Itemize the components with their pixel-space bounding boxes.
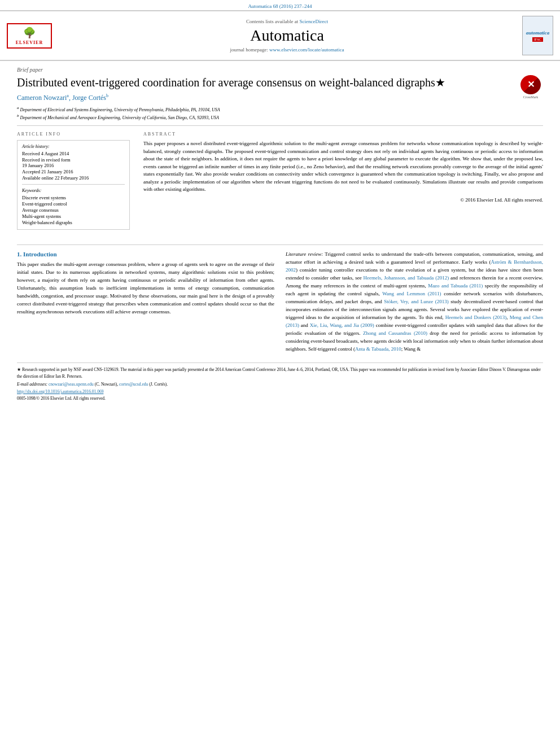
crossmark-label: CrossMark xyxy=(523,95,539,100)
article-info-abstract-section: ARTICLE INFO Article history: Received 4… xyxy=(17,132,543,235)
elsevier-logo: 🌳 ELSEVIER xyxy=(7,23,52,49)
keyword-1: Discrete event systems xyxy=(22,195,125,200)
email-label: E-mail addresses: xyxy=(17,382,47,387)
contents-text: Contents lists available at xyxy=(246,19,298,24)
introduction-text: This paper studies the multi-agent avera… xyxy=(17,261,274,316)
journal-thumbnail: automatica IFAC xyxy=(522,16,553,55)
abstract-label: ABSTRACT xyxy=(143,132,543,137)
elsevier-tree-icon: 🌳 xyxy=(11,27,47,39)
keyword-4: Multi-agent systems xyxy=(22,213,125,219)
ref-wang-lemmon[interactable]: Wang and Lemmon (2011) xyxy=(382,291,441,296)
homepage-line: journal homepage: www.elsevier.com/locat… xyxy=(59,47,515,53)
and-text: and xyxy=(301,322,308,328)
accepted-date: Accepted 21 January 2016 xyxy=(22,169,125,174)
abstract-text: This paper proposes a novel distributed … xyxy=(143,140,543,194)
thumb-logo: automatica xyxy=(526,30,550,36)
keywords-section: Keywords: Discrete event systems Event-t… xyxy=(22,184,125,225)
footnote-star-text: ★ Research supported in part by NSF awar… xyxy=(17,366,543,379)
ref-anta[interactable]: Anta & Tabuada, 2010 xyxy=(355,346,401,352)
journal-header: 🌳 ELSEVIER Contents lists available at S… xyxy=(0,10,560,61)
col-abstract: ABSTRACT This paper proposes a novel dis… xyxy=(143,132,543,235)
doi-link[interactable]: http://dx.doi.org/10.1016/j.automatica.2… xyxy=(17,389,103,394)
affiliation-a: a Department of Electrical and Systems E… xyxy=(17,106,543,112)
journal-name: Automatica xyxy=(59,27,515,45)
received-date: Received 4 August 2014 xyxy=(22,151,125,156)
footnote-area: ★ Research supported in part by NSF awar… xyxy=(17,362,543,402)
col-article-info: ARTICLE INFO Article history: Received 4… xyxy=(17,132,130,235)
email-2[interactable]: cortes@ucsd.edu xyxy=(119,382,148,387)
homepage-text: journal homepage: xyxy=(230,47,268,53)
ref-mazo[interactable]: Mazo and Tabuada (2011) xyxy=(428,283,483,289)
footnote-email-line: E-mail addresses: cnowzari@seas.upenn.ed… xyxy=(17,381,543,387)
affil-a-text: Department of Electrical and Systems Eng… xyxy=(20,107,220,112)
email-2-name: (J. Cortés). xyxy=(149,382,168,387)
thumb-badge: IFAC xyxy=(532,37,543,42)
keyword-3: Average consensus xyxy=(22,207,125,213)
paper-title-text: Distributed event-triggered coordination… xyxy=(17,76,435,89)
footnote-issn-line: 0005-1098/© 2016 Elsevier Ltd. All right… xyxy=(17,395,543,401)
keyword-5: Weight-balanced digraphs xyxy=(22,220,125,225)
issn-text: 0005-1098/© 2016 Elsevier Ltd. All right… xyxy=(17,396,106,401)
ref-heemels-donkers[interactable]: Heemels and Donkers (2013) xyxy=(445,314,507,320)
article-info-label: ARTICLE INFO xyxy=(17,132,130,137)
ref-heemels-2012[interactable]: Heemels, Johansson, and Tabuada (2012) xyxy=(364,275,449,281)
citation-text: Automatica 68 (2016) 237–244 xyxy=(248,3,312,9)
ref-zhong[interactable]: Zhong and Cassandras (2010) xyxy=(363,330,427,336)
body-section: 1. Introduction This paper studies the m… xyxy=(17,244,543,353)
ref-xie[interactable]: Xie, Liu, Wang, and Jia (2009) xyxy=(310,322,374,328)
title-star: ★ xyxy=(435,76,445,89)
keyword-2: Event-triggered control xyxy=(22,201,125,207)
journal-citation: Automatica 68 (2016) 237–244 xyxy=(0,0,560,10)
journal-header-center: Contents lists available at ScienceDirec… xyxy=(59,19,515,53)
email-1[interactable]: cnowzari@seas.upenn.edu xyxy=(49,382,94,387)
elsevier-text: ELSEVIER xyxy=(16,40,43,45)
crossmark-icon: ✕ xyxy=(520,75,541,94)
footnote-star-content: Research supported in part by NSF award … xyxy=(17,367,541,379)
keywords-label: Keywords: xyxy=(22,188,125,193)
crossmark-badge: ✕ CrossMark xyxy=(518,75,543,100)
footnote-doi-line: http://dx.doi.org/10.1016/j.automatica.2… xyxy=(17,388,543,395)
sciencedirect-link[interactable]: ScienceDirect xyxy=(300,19,328,24)
affiliation-b: b Department of Mechanical and Aerospace… xyxy=(17,113,543,120)
paper-title-container: Distributed event-triggered coordination… xyxy=(17,75,543,90)
main-content: Brief paper Distributed event-triggered … xyxy=(0,67,560,402)
ref-stoker[interactable]: Stöker, Vey, and Lunze (2013) xyxy=(384,299,449,304)
abstract-copyright: © 2016 Elsevier Ltd. All rights reserved… xyxy=(143,197,543,203)
article-info-box: Article history: Received 4 August 2014 … xyxy=(17,140,130,230)
authors-line: Cameron Nowzaria, Jorge Cortésb xyxy=(17,93,543,102)
affil-b-text: Department of Mechanical and Aerospace E… xyxy=(20,115,219,120)
introduction-heading: 1. Introduction xyxy=(17,251,274,257)
author-1: Cameron Nowzaria, Jorge Cortésb xyxy=(17,94,108,102)
email-1-name: (C. Nowzari), xyxy=(95,382,118,387)
contents-line: Contents lists available at ScienceDirec… xyxy=(59,19,515,24)
lit-review-text: Literature review: Triggered control see… xyxy=(286,251,543,353)
paper-type-label: Brief paper xyxy=(17,67,543,73)
history-label: Article history: xyxy=(22,144,125,149)
ref-astrom[interactable]: Åström & Bernhardsson, 2002 xyxy=(286,259,543,273)
footnote-star-icon: ★ xyxy=(17,367,21,372)
body-right-col: Literature review: Triggered control see… xyxy=(286,251,543,353)
homepage-link[interactable]: www.elsevier.com/locate/automatica xyxy=(269,47,344,53)
revised-date: Received in revised form19 January 2016 xyxy=(22,157,125,168)
available-date: Available online 22 February 2016 xyxy=(22,175,125,181)
lit-review-heading: Literature review: xyxy=(286,251,323,257)
divider-1 xyxy=(17,125,543,126)
body-left-col: 1. Introduction This paper studies the m… xyxy=(17,251,274,353)
